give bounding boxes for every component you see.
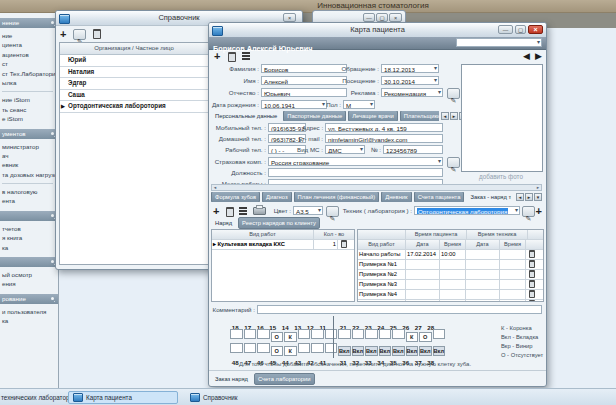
tech-time[interactable] xyxy=(500,260,526,269)
tab-scroll-right-icon[interactable]: ► xyxy=(525,193,533,201)
trash-icon[interactable] xyxy=(529,270,535,278)
column-header[interactable]: Вид работ xyxy=(212,230,314,239)
tooth-cell[interactable] xyxy=(244,329,257,339)
tech-date[interactable] xyxy=(466,260,500,269)
table-row[interactable]: Готовая работа xyxy=(358,300,543,302)
scroll-left-icon[interactable]: ◄ xyxy=(213,185,217,190)
tab[interactable]: Паспортные данные xyxy=(283,111,346,121)
minimize-button[interactable]: — xyxy=(363,13,375,22)
delete-cell[interactable] xyxy=(526,250,537,259)
tech-time[interactable] xyxy=(500,280,526,289)
tooth-cell[interactable] xyxy=(338,329,351,339)
tab-scroll-right-icon[interactable]: ► xyxy=(450,112,458,120)
trash-icon[interactable] xyxy=(529,280,535,288)
add-icon[interactable]: + xyxy=(60,29,66,39)
sidebar-item[interactable]: ст Тех.Лабораторий xyxy=(0,69,58,78)
sidebar-item[interactable]: нение xyxy=(0,18,58,28)
column-header[interactable]: Дата xyxy=(406,240,440,249)
next-patient-icon[interactable]: ▶ xyxy=(535,50,542,62)
tab[interactable]: Счета лаборатории xyxy=(254,373,315,385)
horizontal-scrollbar[interactable]: ◄ ► xyxy=(211,184,542,191)
patient-date[interactable] xyxy=(406,290,440,299)
tab[interactable]: Счета пациента xyxy=(414,192,465,202)
tab[interactable]: Наряд xyxy=(211,217,236,229)
table-row[interactable]: Начало работы 17.02.2014 10:00 xyxy=(358,250,543,260)
tooth-cell[interactable] xyxy=(311,329,324,339)
patient-date[interactable]: 17.02.2014 xyxy=(406,250,440,259)
tech-time[interactable] xyxy=(500,270,526,279)
tooth-cell[interactable] xyxy=(379,329,392,339)
sidebar-item[interactable]: ения xyxy=(0,279,58,288)
sidebar-item[interactable]: ка xyxy=(0,243,58,252)
patient-date[interactable] xyxy=(406,280,440,289)
insurance-company-field[interactable]: Россия страхование xyxy=(268,157,443,166)
delete-cell[interactable] xyxy=(526,280,537,289)
edit-icon[interactable]: ✎ xyxy=(73,29,86,40)
table-row[interactable]: Примерка №3 xyxy=(358,280,543,290)
print-icon[interactable] xyxy=(253,207,266,215)
sidebar-item[interactable]: ть сеанс xyxy=(0,105,58,114)
close-button[interactable]: × xyxy=(389,13,402,22)
add-photo-link[interactable]: добавить фото xyxy=(461,173,541,180)
column-header[interactable]: Дата xyxy=(466,240,500,249)
sidebar-item[interactable]: та дозовых нагрузок xyxy=(0,170,58,179)
sidebar-item[interactable] xyxy=(0,179,58,187)
sidebar-item[interactable]: ач xyxy=(0,151,58,160)
scroll-right-icon[interactable]: ► xyxy=(536,185,540,190)
trash-icon[interactable] xyxy=(529,290,535,298)
sidebar-item[interactable]: ка xyxy=(0,316,58,325)
tab[interactable]: Реестр нарядов по клиенту xyxy=(238,217,320,229)
taskbar-item-directory[interactable]: Справочник xyxy=(186,391,256,404)
table-row[interactable]: Примерка №1 xyxy=(358,260,543,270)
sidebar-item[interactable]: евник xyxy=(0,160,58,169)
table-row[interactable]: ▸ Культевая вкладка КХС 1 xyxy=(212,240,354,250)
tab[interactable]: Заказ - наряд технический xyxy=(466,192,511,202)
tooth-cell[interactable] xyxy=(365,329,378,339)
trash-icon[interactable] xyxy=(226,207,234,217)
tech-time[interactable] xyxy=(500,290,526,299)
trash-icon[interactable] xyxy=(529,250,535,258)
email-field[interactable]: nimfetaminGirl@yandex.com xyxy=(325,134,443,143)
insurance-type-field[interactable]: ДМС xyxy=(325,145,365,154)
tooth-cell[interactable] xyxy=(433,329,446,339)
sidebar-item[interactable]: ента xyxy=(0,196,58,205)
add-icon[interactable]: + xyxy=(213,206,219,216)
tech-time[interactable] xyxy=(500,250,526,259)
trash-icon[interactable] xyxy=(228,52,236,62)
tech-date[interactable] xyxy=(466,290,500,299)
edit-icon[interactable]: ✎ xyxy=(447,88,460,99)
sidebar-item[interactable]: ние xyxy=(0,31,58,40)
sidebar-item[interactable] xyxy=(0,87,58,95)
color-field[interactable]: A3,5 xyxy=(293,206,323,215)
delete-cell[interactable] xyxy=(338,240,349,249)
patient-card-titlebar[interactable]: Карта пациента — ▢ × xyxy=(209,23,546,38)
gender-field[interactable]: М xyxy=(343,100,375,109)
tech-time[interactable] xyxy=(500,300,526,302)
sidebar-item[interactable]: ациентов xyxy=(0,50,58,59)
sidebar-item[interactable]: я книга xyxy=(0,233,58,242)
patient-time[interactable] xyxy=(440,260,466,269)
trash-icon[interactable] xyxy=(529,260,535,268)
trash-icon[interactable] xyxy=(341,240,347,248)
trash-icon[interactable] xyxy=(529,300,535,302)
sidebar-item[interactable]: министратор xyxy=(0,142,58,151)
tab-scroll-left-icon[interactable]: ◄ xyxy=(441,112,449,120)
tech-date[interactable] xyxy=(466,280,500,289)
tab[interactable]: Дневник xyxy=(381,192,411,202)
close-icon[interactable]: × xyxy=(283,13,296,22)
taskbar-left-text[interactable]: технических лабораторий xyxy=(1,394,76,401)
list-icon[interactable] xyxy=(239,207,247,209)
sidebar-item[interactable]: ние iStom xyxy=(0,95,58,104)
first-visit-field[interactable]: 18.12.2013 xyxy=(381,64,439,73)
patient-time[interactable]: 10:00 xyxy=(440,250,466,259)
tab-menu-icon[interactable]: ▼ xyxy=(534,193,542,201)
patient-time[interactable] xyxy=(440,290,466,299)
tech-date[interactable] xyxy=(466,300,500,302)
sidebar-item[interactable]: е iStom xyxy=(0,114,58,123)
tooth-cell[interactable] xyxy=(352,329,365,339)
patient-date[interactable] xyxy=(406,260,440,269)
patient-time[interactable] xyxy=(440,300,466,302)
table-row[interactable]: Примерка №2 xyxy=(358,270,543,280)
table-row[interactable]: Примерка №4 xyxy=(358,290,543,300)
patient-photo-box[interactable] xyxy=(461,64,543,172)
